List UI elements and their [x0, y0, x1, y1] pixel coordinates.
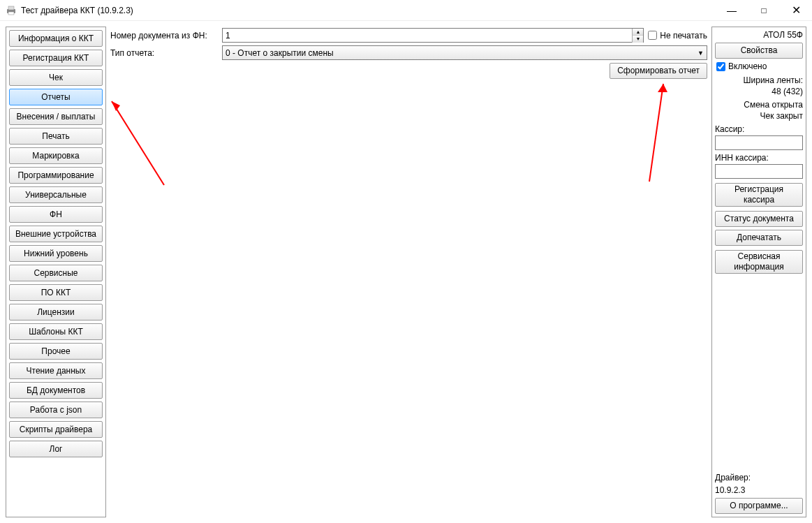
- doc-number-input-wrap[interactable]: ▲ ▼: [222, 28, 644, 43]
- enabled-checkbox[interactable]: [716, 62, 725, 71]
- generate-report-button[interactable]: Сформировать отчет: [610, 63, 707, 79]
- sidebar-item-1[interactable]: Регистрация ККТ: [9, 50, 103, 66]
- minimize-button[interactable]: —: [716, 0, 748, 20]
- svg-rect-2: [8, 12, 14, 15]
- maximize-button[interactable]: □: [748, 0, 780, 20]
- sidebar-item-18[interactable]: БД документов: [9, 382, 103, 399]
- close-button[interactable]: ✕: [780, 0, 812, 20]
- svg-rect-1: [8, 6, 14, 10]
- enabled-label: Включено: [728, 61, 767, 71]
- sidebar-item-9[interactable]: ФН: [9, 206, 103, 223]
- cashier-label: Кассир:: [715, 124, 803, 134]
- doc-number-label: Номер документа из ФН:: [110, 31, 219, 40]
- cashier-inn-label: ИНН кассира:: [715, 153, 803, 163]
- report-type-label: Тип отчета:: [110, 48, 219, 58]
- right-panel: АТОЛ 55Ф Свойства Включено Ширина ленты:…: [711, 27, 806, 517]
- cashier-inn-input[interactable]: [715, 164, 803, 179]
- sidebar-item-17[interactable]: Чтение данных: [9, 362, 103, 379]
- app-icon: [6, 5, 17, 16]
- sidebar-item-15[interactable]: Шаблоны ККТ: [9, 323, 103, 340]
- reprint-button[interactable]: Допечатать: [715, 230, 803, 246]
- sidebar-item-19[interactable]: Работа с json: [9, 402, 103, 418]
- device-name: АТОЛ 55Ф: [715, 30, 803, 40]
- register-cashier-button[interactable]: Регистрация кассира: [715, 183, 803, 207]
- about-button[interactable]: О программе...: [715, 498, 803, 514]
- chevron-down-icon: ▼: [697, 50, 704, 57]
- cashier-input[interactable]: [715, 135, 803, 150]
- dont-print-label: Не печатать: [660, 31, 707, 40]
- sidebar-item-5[interactable]: Печать: [9, 128, 103, 145]
- window-title: Тест драйвера ККТ (10.9.2.3): [21, 6, 716, 15]
- doc-number-input[interactable]: [223, 29, 632, 42]
- driver-version: 10.9.2.3: [715, 485, 803, 495]
- tape-width-value: 48 (432): [715, 87, 803, 96]
- sidebar-item-13[interactable]: ПО ККТ: [9, 284, 103, 301]
- titlebar: Тест драйвера ККТ (10.9.2.3) — □ ✕: [0, 0, 812, 21]
- spinner-up-icon[interactable]: ▲: [633, 29, 643, 36]
- driver-label: Драйвер:: [715, 473, 803, 483]
- report-type-value: 0 - Отчет о закрытии смены: [226, 48, 697, 58]
- sidebar-item-16[interactable]: Прочее: [9, 343, 103, 360]
- shift-status: Смена открыта: [715, 100, 803, 110]
- sidebar-item-4[interactable]: Внесения / выплаты: [9, 108, 103, 125]
- service-info-button[interactable]: Сервисная информация: [715, 250, 803, 274]
- doc-number-spinner[interactable]: ▲ ▼: [632, 29, 643, 43]
- main-panel: Номер документа из ФН: ▲ ▼ Не печатать Т…: [110, 27, 707, 517]
- tape-width-label: Ширина ленты:: [715, 75, 803, 85]
- sidebar-item-7[interactable]: Программирование: [9, 167, 103, 184]
- sidebar: Информация о ККТРегистрация ККТЧекОтчеты…: [6, 27, 106, 517]
- enabled-checkbox-wrap[interactable]: Включено: [716, 61, 803, 71]
- window-controls: — □ ✕: [716, 0, 812, 20]
- dont-print-checkbox-wrap[interactable]: Не печатать: [648, 31, 707, 40]
- sidebar-item-10[interactable]: Внешние устройства: [9, 226, 103, 242]
- spinner-down-icon[interactable]: ▼: [633, 36, 643, 43]
- sidebar-item-2[interactable]: Чек: [9, 69, 103, 86]
- sidebar-item-12[interactable]: Сервисные: [9, 265, 103, 281]
- dont-print-checkbox[interactable]: [648, 31, 657, 40]
- sidebar-item-11[interactable]: Нижний уровень: [9, 245, 103, 262]
- properties-button[interactable]: Свойства: [715, 43, 803, 59]
- sidebar-item-3[interactable]: Отчеты: [9, 89, 103, 105]
- sidebar-item-14[interactable]: Лицензии: [9, 304, 103, 321]
- check-status: Чек закрыт: [715, 111, 803, 121]
- sidebar-item-6[interactable]: Маркировка: [9, 147, 103, 164]
- sidebar-item-8[interactable]: Универсальные счетчики: [9, 186, 103, 203]
- sidebar-item-20[interactable]: Скрипты драйвера: [9, 421, 103, 438]
- document-status-button[interactable]: Статус документа: [715, 211, 803, 227]
- sidebar-item-0[interactable]: Информация о ККТ: [9, 30, 103, 47]
- sidebar-item-21[interactable]: Лог: [9, 441, 103, 457]
- report-type-select[interactable]: 0 - Отчет о закрытии смены ▼: [222, 45, 707, 60]
